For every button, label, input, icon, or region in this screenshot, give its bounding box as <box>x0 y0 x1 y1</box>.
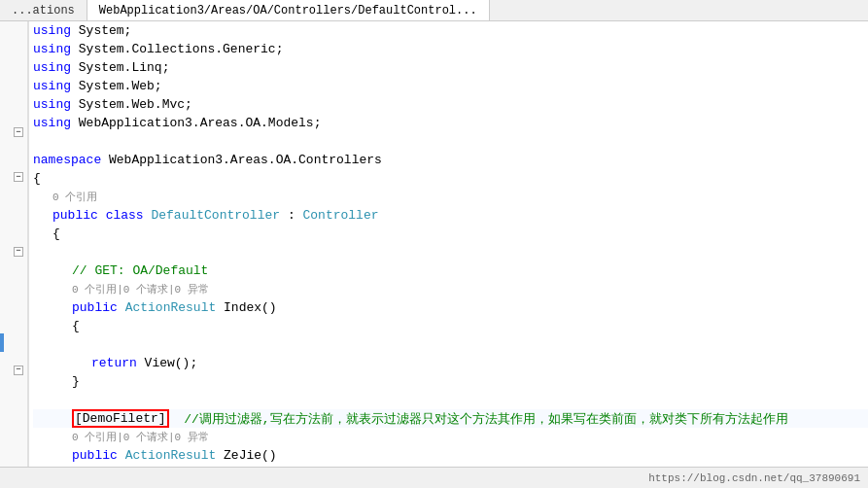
code-line: return View(); <box>33 354 868 372</box>
gutter-row <box>0 81 27 95</box>
code-line <box>33 335 868 354</box>
gutter-row <box>0 214 27 228</box>
code-line: 0 个引用 <box>33 188 868 206</box>
code-line: // GET: OA/Default <box>33 261 868 280</box>
collapse-button[interactable]: − <box>14 247 23 257</box>
gutter-row <box>0 289 27 303</box>
code-line: public ActionResult ZeJie() <box>33 446 868 465</box>
tab-bar: ...ations WebApplication3/Areas/OA/Contr… <box>0 0 868 21</box>
code-line: 0 个引用|0 个请求|0 异常 <box>33 280 868 298</box>
gutter-row <box>0 303 27 318</box>
code-line <box>33 132 868 151</box>
editor-area: −−−− using System;using System.Collectio… <box>0 21 868 467</box>
gutter-row <box>0 52 27 66</box>
code-line: using System; <box>33 21 868 40</box>
code-line: using System.Web; <box>33 77 868 95</box>
gutter-row <box>0 436 27 451</box>
gutter-row <box>0 66 27 81</box>
gutter-row: − <box>0 125 27 140</box>
code-editor[interactable]: using System;using System.Collections.Ge… <box>29 21 868 467</box>
gutter-row <box>0 155 27 169</box>
code-line: using WebApplication3.Areas.OA.Models; <box>33 114 868 132</box>
code-line: namespace WebApplication3.Areas.OA.Contr… <box>33 151 868 169</box>
gutter-row <box>0 348 27 363</box>
gutter-row <box>0 229 27 244</box>
gutter-row: − <box>0 363 27 377</box>
gutter-row <box>0 422 27 436</box>
code-line: using System.Collections.Generic; <box>33 40 868 58</box>
gutter-row <box>0 111 27 125</box>
gutter-row <box>0 333 27 348</box>
code-line: using System.Linq; <box>33 58 868 77</box>
gutter-row <box>0 259 27 273</box>
code-line: 0 个引用|0 个请求|0 异常 <box>33 428 868 446</box>
tab-active[interactable]: WebApplication3/Areas/OA/Controllers/Def… <box>87 0 490 20</box>
code-line: } <box>33 372 868 391</box>
line-gutter: −−−− <box>0 21 29 467</box>
gutter-row: − <box>0 244 27 259</box>
gutter-row <box>0 452 27 467</box>
gutter-row <box>0 274 27 289</box>
code-line: { <box>33 465 868 467</box>
gutter-row <box>0 199 27 214</box>
attribute-annotation: [DemoFiletr] <box>72 409 169 428</box>
code-line: { <box>33 169 868 188</box>
code-line: { <box>33 225 868 243</box>
gutter-row <box>0 36 27 51</box>
gutter-row <box>0 407 27 422</box>
gutter-row <box>0 95 27 110</box>
collapse-button[interactable]: − <box>14 366 23 375</box>
gutter-row <box>0 21 27 36</box>
code-line <box>33 243 868 261</box>
code-line: using System.Web.Mvc; <box>33 95 868 114</box>
code-line: [DemoFiletr] //调用过滤器,写在方法前，就表示过滤器只对这个方法其… <box>33 409 868 428</box>
code-line: { <box>33 317 868 335</box>
code-line <box>33 391 868 409</box>
gutter-row: − <box>0 170 27 185</box>
collapse-button[interactable]: − <box>14 172 23 182</box>
tab-left[interactable]: ...ations <box>0 0 87 20</box>
gutter-row <box>0 318 27 332</box>
code-line: public class DefaultController : Control… <box>33 206 868 225</box>
collapse-button[interactable]: − <box>14 127 23 137</box>
gutter-row <box>0 393 27 407</box>
gutter-row <box>0 185 27 199</box>
gutter-row <box>0 377 27 392</box>
status-url: https://blog.csdn.net/qq_37890691 <box>648 472 860 484</box>
gutter-row <box>0 140 27 155</box>
status-bar: https://blog.csdn.net/qq_37890691 <box>0 467 868 488</box>
code-line: public ActionResult Index() <box>33 298 868 317</box>
